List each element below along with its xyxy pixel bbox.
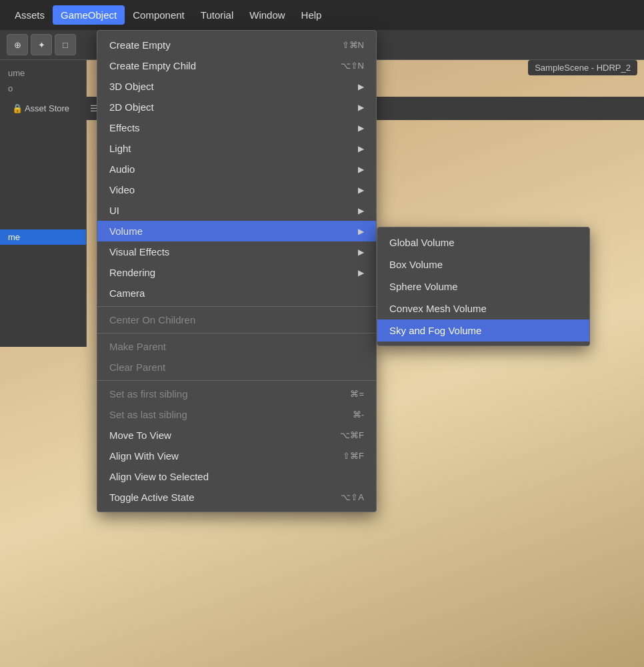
separator-1 <box>97 306 376 307</box>
lock-icon: 🔒 <box>12 103 23 113</box>
menu-video[interactable]: Video ▶ <box>97 179 376 200</box>
menu-help[interactable]: Help <box>293 5 330 25</box>
menu-set-last-sibling[interactable]: Set as last sibling ⌘- <box>97 404 376 425</box>
menu-effects[interactable]: Effects ▶ <box>97 117 376 138</box>
gameobject-dropdown: Create Empty ⇧⌘N Create Empty Child ⌥⇧N … <box>97 30 377 512</box>
submenu-sky-fog-volume[interactable]: Sky and Fog Volume <box>377 319 589 342</box>
menu-set-first-sibling[interactable]: Set as first sibling ⌘= <box>97 384 376 404</box>
separator-3 <box>97 380 376 381</box>
menu-assets[interactable]: Assets <box>7 5 53 25</box>
menu-gameobject[interactable]: GameObject <box>53 5 125 25</box>
tab-asset-store[interactable]: 🔒 Asset Store <box>7 101 75 116</box>
menu-component[interactable]: Component <box>125 5 193 25</box>
menu-create-empty[interactable]: Create Empty ⇧⌘N <box>97 35 376 55</box>
submenu-global-volume[interactable]: Global Volume <box>377 231 589 253</box>
menu-window[interactable]: Window <box>241 5 293 25</box>
toolbar-move-btn[interactable]: ⊕ <box>7 34 28 55</box>
menu-2d-object[interactable]: 2D Object ▶ <box>97 97 376 117</box>
submenu-sphere-volume[interactable]: Sphere Volume <box>377 275 589 297</box>
menu-align-with-view[interactable]: Align With View ⇧⌘F <box>97 446 376 466</box>
menu-visual-effects[interactable]: Visual Effects ▶ <box>97 241 376 262</box>
menu-volume[interactable]: Volume ▶ <box>97 221 376 241</box>
submenu-convex-mesh-volume[interactable]: Convex Mesh Volume <box>377 297 589 319</box>
left-panel-item-o[interactable]: o <box>0 81 86 96</box>
volume-submenu: Global Volume Box Volume Sphere Volume C… <box>377 227 590 346</box>
window-title: SampleScene - HDRP_2 <box>528 60 637 75</box>
menu-camera[interactable]: Camera <box>97 283 376 303</box>
menu-audio[interactable]: Audio ▶ <box>97 159 376 179</box>
menu-3d-object[interactable]: 3D Object ▶ <box>97 76 376 97</box>
submenu-box-volume[interactable]: Box Volume <box>377 253 589 275</box>
toolbar-misc-btn[interactable]: □ <box>55 34 76 55</box>
menu-toggle-active-state[interactable]: Toggle Active State ⌥⇧A <box>97 487 376 508</box>
toolbar-tools-btn[interactable]: ✦ <box>31 34 52 55</box>
menu-move-to-view[interactable]: Move To View ⌥⌘F <box>97 425 376 446</box>
menu-center-on-children[interactable]: Center On Children <box>97 309 376 330</box>
separator-2 <box>97 333 376 334</box>
left-panel-item-ume[interactable]: ume <box>0 65 86 81</box>
menu-clear-parent[interactable]: Clear Parent <box>97 357 376 378</box>
menu-bar: Assets GameObject Component Tutorial Win… <box>0 0 644 30</box>
menu-ui[interactable]: UI ▶ <box>97 200 376 221</box>
menu-rendering[interactable]: Rendering ▶ <box>97 262 376 283</box>
menu-tutorial[interactable]: Tutorial <box>193 5 241 25</box>
left-panel-item-me[interactable]: me <box>0 229 86 245</box>
menu-create-empty-child[interactable]: Create Empty Child ⌥⇧N <box>97 55 376 76</box>
menu-make-parent[interactable]: Make Parent <box>97 336 376 357</box>
menu-align-view-to-selected[interactable]: Align View to Selected <box>97 466 376 487</box>
menu-light[interactable]: Light ▶ <box>97 138 376 159</box>
